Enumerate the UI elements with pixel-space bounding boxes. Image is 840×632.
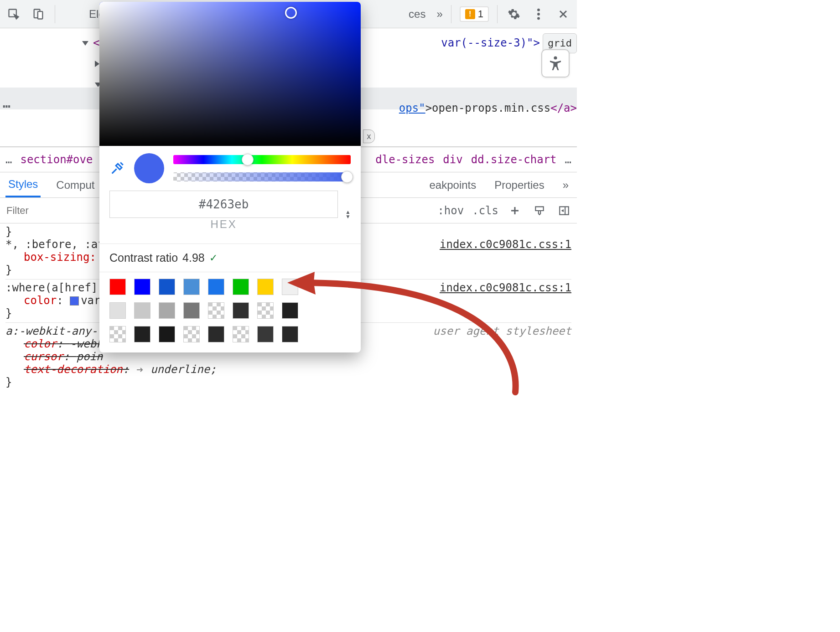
svg-point-3: [537, 8, 540, 11]
breadcrumb-item[interactable]: dd.size-chart: [471, 153, 557, 166]
css-property: text-decoration: [24, 363, 123, 376]
hex-input[interactable]: [109, 191, 338, 218]
cls-toggle[interactable]: .cls: [472, 204, 498, 217]
hov-toggle[interactable]: :hov: [437, 204, 464, 217]
alpha-thumb[interactable]: [341, 171, 353, 183]
palette-swatch[interactable]: [159, 279, 175, 295]
tab-sources[interactable]: ces: [406, 1, 428, 27]
svg-rect-2: [38, 11, 43, 19]
palette-swatch[interactable]: [134, 279, 150, 295]
palette-swatch[interactable]: [159, 302, 175, 319]
kebab-menu-icon[interactable]: [530, 6, 547, 22]
issues-badge[interactable]: ! 1: [460, 6, 489, 22]
dom-text: >: [425, 102, 432, 114]
palette-swatch[interactable]: [282, 279, 298, 295]
palette-swatch[interactable]: [134, 302, 150, 319]
palette-swatches: ▲▼: [99, 272, 361, 352]
palette-swatch[interactable]: [257, 326, 274, 342]
palette-swatch[interactable]: [233, 326, 249, 342]
rule-source-link[interactable]: index.c0c9081c.css:1: [440, 281, 571, 294]
breadcrumb-item[interactable]: div: [443, 153, 462, 166]
dom-text: </a>: [550, 102, 577, 114]
current-color-preview: [134, 153, 164, 183]
settings-gear-icon[interactable]: [506, 6, 522, 22]
subtab-properties[interactable]: Properties: [492, 172, 547, 197]
rule-source-link[interactable]: index.c0c9081c.css:1: [440, 238, 571, 251]
saturation-value-field[interactable]: [99, 2, 361, 146]
dom-attr-value: var(--size-3)">: [441, 33, 540, 54]
chevron-down-icon: ▼: [345, 214, 351, 219]
subtab-styles[interactable]: Styles: [5, 172, 41, 197]
palette-swatch[interactable]: [257, 302, 274, 319]
breadcrumb-ellipsis[interactable]: …: [5, 153, 12, 166]
new-style-rule-icon[interactable]: [507, 202, 523, 219]
alpha-slider[interactable]: [173, 172, 351, 181]
accessibility-icon-button[interactable]: [541, 49, 570, 78]
contrast-ratio-row[interactable]: Contrast ratio 4.98 ✓: [99, 243, 361, 272]
device-toggle-icon[interactable]: [30, 6, 47, 22]
subtab-label: Styles: [8, 178, 38, 191]
breadcrumb-item[interactable]: dle-sizes: [375, 153, 435, 166]
toolbar-divider: [497, 5, 498, 23]
palette-swatch[interactable]: [282, 326, 298, 342]
more-tabs-indicator[interactable]: »: [436, 8, 442, 21]
close-pill-fragment[interactable]: x: [363, 130, 375, 143]
subtab-label: Properties: [494, 179, 544, 192]
more-subtabs-indicator[interactable]: »: [560, 172, 571, 197]
check-icon: ✓: [209, 252, 218, 264]
palette-swatch[interactable]: [233, 302, 249, 319]
palette-spinner[interactable]: ▲▼: [306, 282, 351, 291]
subtab-computed[interactable]: Comput: [53, 172, 97, 197]
svg-point-4: [537, 13, 540, 16]
palette-swatch[interactable]: [109, 302, 126, 319]
sv-cursor[interactable]: [285, 7, 297, 19]
subtab-label: eakpoints: [430, 179, 477, 192]
palette-swatch[interactable]: [159, 326, 175, 342]
svg-point-6: [554, 56, 557, 59]
hue-slider[interactable]: [173, 155, 351, 164]
css-value[interactable]: var: [81, 294, 100, 307]
css-value: -webk: [70, 337, 103, 350]
breadcrumb-ellipsis[interactable]: …: [565, 153, 571, 166]
expand-caret-right-icon[interactable]: [95, 61, 99, 67]
tab-sources-label-suffix: ces: [409, 8, 425, 20]
color-swatch-icon[interactable]: [70, 296, 79, 306]
palette-swatch[interactable]: [282, 302, 298, 319]
inspect-element-icon[interactable]: [5, 6, 22, 22]
dom-ellipsis-icon: …: [3, 91, 10, 115]
warning-icon: !: [465, 9, 475, 19]
palette-swatch[interactable]: [257, 279, 274, 295]
rule-source-ua: user agent stylesheet: [433, 325, 571, 337]
eyedropper-icon[interactable]: [109, 161, 125, 176]
palette-swatch[interactable]: [109, 326, 126, 342]
close-x-label: x: [367, 132, 371, 141]
palette-swatch[interactable]: [109, 279, 126, 295]
close-icon[interactable]: [555, 6, 571, 22]
paint-brush-icon[interactable]: [531, 202, 548, 219]
toggle-sidebar-icon[interactable]: [556, 202, 572, 219]
css-property: color: [24, 337, 57, 350]
breadcrumb-item[interactable]: section#ove: [20, 153, 93, 166]
hue-thumb[interactable]: [242, 154, 254, 166]
palette-swatch[interactable]: [183, 279, 200, 295]
color-format-toggle[interactable]: ▲ ▼: [345, 210, 351, 219]
palette-swatch[interactable]: [208, 326, 224, 342]
css-property[interactable]: box-sizing:: [24, 251, 96, 264]
palette-swatch[interactable]: [183, 326, 200, 342]
dom-link-text[interactable]: ops": [399, 102, 425, 114]
palette-swatch[interactable]: [134, 326, 150, 342]
expand-caret-down-icon[interactable]: [82, 41, 88, 46]
palette-swatch[interactable]: [208, 302, 224, 319]
css-property[interactable]: color: [24, 294, 57, 307]
subtab-breakpoints[interactable]: eakpoints: [427, 172, 479, 197]
contrast-label: Contrast ratio: [109, 251, 178, 264]
palette-swatch[interactable]: [183, 302, 200, 319]
css-value: underline;: [150, 363, 217, 376]
color-picker-popup: HEX ▲ ▼ Contrast ratio 4.98 ✓ ▲▼: [99, 2, 361, 352]
issues-count: 1: [478, 8, 483, 20]
palette-swatch[interactable]: [233, 279, 249, 295]
toolbar-divider: [451, 5, 451, 23]
subtab-more: »: [563, 179, 569, 192]
css-value: poin: [77, 350, 103, 363]
palette-swatch[interactable]: [208, 279, 224, 295]
